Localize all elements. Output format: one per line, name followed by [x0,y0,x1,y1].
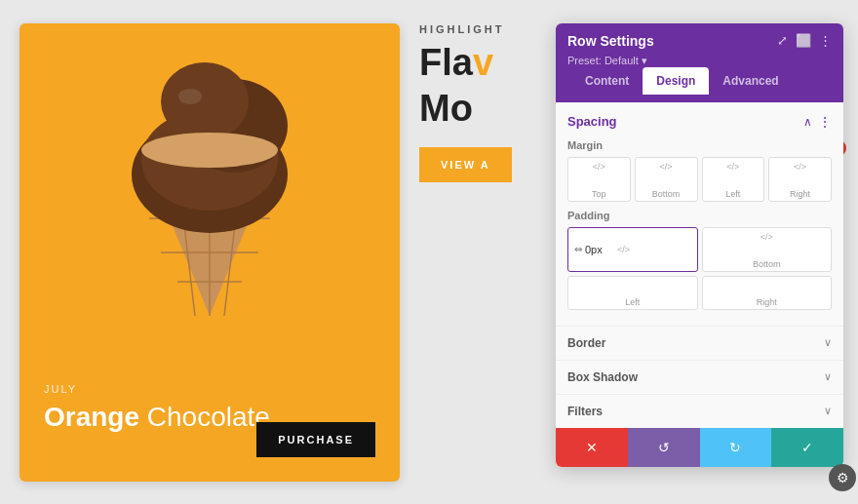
preset-chevron: ▾ [642,55,647,67]
border-chevron-icon: ∨ [824,336,832,349]
panel-preset[interactable]: Preset: Default ▾ [567,55,832,67]
card-title-bold: Orange [44,402,139,432]
ice-cream-image [83,23,336,316]
margin-bottom-label: Bottom [652,189,681,199]
panel-header: Row Settings ⤢ ⬜ ⋮ Preset: Default ▾ Con… [556,23,843,102]
padding-top-code-icon: </> [617,245,630,254]
filters-chevron-icon: ∨ [824,405,832,417]
padding-bottom-field[interactable]: </> Bottom [702,227,833,272]
spacing-title: Spacing [567,114,617,129]
settings-gear-icon[interactable]: ⚙ [829,464,856,491]
border-section[interactable]: Border ∨ [556,326,843,360]
columns-icon[interactable]: ⬜ [796,33,811,48]
margin-top-link-icon: </> [593,162,605,172]
purchase-button[interactable]: PURCHASE [256,422,375,457]
spacing-collapse-icon[interactable]: ∧ [803,115,812,129]
box-shadow-section[interactable]: Box Shadow ∨ [556,360,843,394]
margin-label: Margin [567,139,832,151]
reset-button[interactable]: ↺ [628,428,700,467]
tab-advanced[interactable]: Advanced [709,67,792,95]
ice-cream-card: JULY Orange Chocolate PURCHASE [20,23,400,482]
tab-content[interactable]: Content [571,67,643,95]
padding-bottom-input[interactable] [708,243,827,258]
margin-right-link-icon: </> [794,162,806,172]
margin-fields: </> Top </> Bottom </> Left [567,157,832,202]
padding-right-label: Right [757,297,777,307]
border-label: Border [567,336,605,350]
fullscreen-icon[interactable]: ⤢ [777,33,788,48]
margin-left-field[interactable]: </> Left [702,157,765,202]
panel-tabs: Content Design Advanced [567,67,832,95]
spacing-section-header: Spacing ∧ ⋮ [567,114,832,130]
svg-point-11 [161,62,249,140]
padding-link-icon: ⇔ [574,244,582,254]
card-month: JULY [44,383,375,395]
margin-bottom-field[interactable]: </> Bottom [635,157,698,202]
panel-title: Row Settings [567,33,654,49]
margin-bottom-link-icon: </> [660,162,673,172]
margin-top-field[interactable]: </> Top [567,157,631,202]
padding-bottom-link-icon: </> [760,232,773,242]
filters-section[interactable]: Filters ∨ [556,394,843,428]
view-all-button[interactable]: VIEW A [419,147,512,182]
more-icon[interactable]: ⋮ [819,33,832,48]
row-settings-panel: Row Settings ⤢ ⬜ ⋮ Preset: Default ▾ Con… [556,23,843,467]
card-bottom: JULY Orange Chocolate PURCHASE [20,364,400,482]
redo-button[interactable]: ↻ [700,428,772,467]
card-title-light: Chocolate [147,402,270,432]
margin-right-input[interactable] [774,173,826,188]
padding-label: Padding [567,210,832,221]
margin-top-label: Top [592,189,606,199]
margin-left-label: Left [725,189,740,199]
svg-point-13 [178,89,202,104]
margin-bottom-input[interactable] [641,173,692,188]
right-section: HIGHLIGHT Flav Mo VIEW A 1 Row Settings … [419,23,838,482]
spacing-more-icon[interactable]: ⋮ [818,114,832,130]
padding-right-field[interactable]: Right [702,276,833,310]
spacing-controls: ∧ ⋮ [803,114,832,130]
save-button[interactable]: ✓ [771,428,843,467]
padding-top-field[interactable]: ⇔ </> [567,227,698,272]
margin-right-label: Right [790,189,810,199]
box-shadow-label: Box Shadow [567,370,638,384]
padding-left-input[interactable] [573,281,692,296]
padding-left-label: Left [625,297,640,307]
panel-header-icons: ⤢ ⬜ ⋮ [777,33,832,48]
panel-body: Spacing ∧ ⋮ Margin </> Top </> [556,102,843,326]
margin-top-input[interactable] [573,173,625,188]
padding-bottom-label: Bottom [753,259,781,269]
padding-left-field[interactable]: Left [567,276,698,310]
box-shadow-chevron-icon: ∨ [824,370,832,383]
padding-right-input[interactable] [708,281,827,296]
margin-right-field[interactable]: </> Right [768,157,832,202]
padding-top-input[interactable] [585,244,614,255]
margin-left-link-icon: </> [726,162,739,172]
svg-point-12 [141,133,278,168]
margin-left-input[interactable] [708,173,760,188]
cancel-button[interactable]: ✕ [556,428,628,467]
panel-header-top: Row Settings ⤢ ⬜ ⋮ [567,33,832,49]
tab-design[interactable]: Design [643,67,709,95]
filters-label: Filters [567,405,603,418]
panel-footer: ✕ ↺ ↻ ✓ [556,428,843,467]
